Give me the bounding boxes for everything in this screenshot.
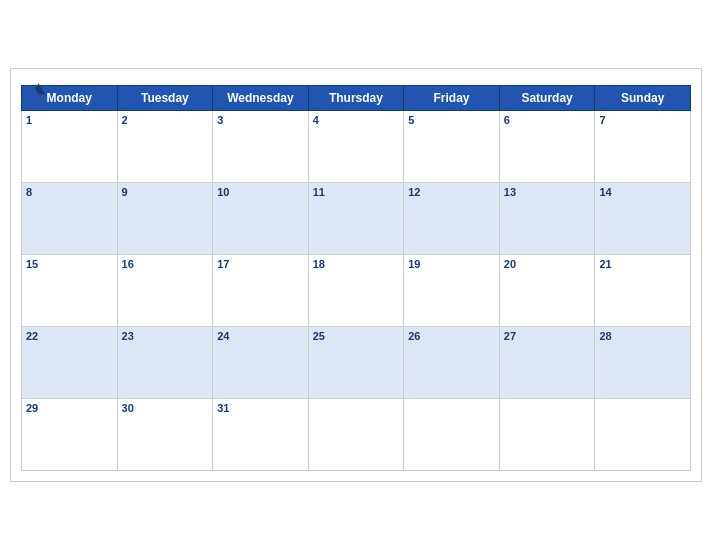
calendar-day-cell [404, 399, 500, 471]
calendar-day-cell: 24 [213, 327, 309, 399]
day-number: 2 [122, 114, 128, 126]
calendar-day-cell: 7 [595, 111, 691, 183]
calendar-table: MondayTuesdayWednesdayThursdayFridaySatu… [21, 85, 691, 471]
day-number: 26 [408, 330, 420, 342]
calendar-wrapper: MondayTuesdayWednesdayThursdayFridaySatu… [10, 68, 702, 482]
logo-area [21, 79, 49, 99]
calendar-day-cell: 1 [22, 111, 118, 183]
day-number: 12 [408, 186, 420, 198]
calendar-week-row-4: 22232425262728 [22, 327, 691, 399]
calendar-day-cell: 9 [117, 183, 213, 255]
calendar-day-cell: 29 [22, 399, 118, 471]
weekday-header-row: MondayTuesdayWednesdayThursdayFridaySatu… [22, 86, 691, 111]
weekday-header-wednesday: Wednesday [213, 86, 309, 111]
calendar-day-cell: 17 [213, 255, 309, 327]
calendar-day-cell: 8 [22, 183, 118, 255]
calendar-day-cell: 4 [308, 111, 404, 183]
day-number: 11 [313, 186, 325, 198]
calendar-day-cell: 27 [499, 327, 595, 399]
calendar-day-cell: 26 [404, 327, 500, 399]
weekday-header-tuesday: Tuesday [117, 86, 213, 111]
calendar-day-cell: 5 [404, 111, 500, 183]
day-number: 18 [313, 258, 325, 270]
day-number: 28 [599, 330, 611, 342]
calendar-day-cell: 15 [22, 255, 118, 327]
calendar-day-cell: 25 [308, 327, 404, 399]
calendar-day-cell: 11 [308, 183, 404, 255]
calendar-day-cell: 28 [595, 327, 691, 399]
calendar-day-cell: 6 [499, 111, 595, 183]
calendar-day-cell: 22 [22, 327, 118, 399]
calendar-day-cell: 14 [595, 183, 691, 255]
day-number: 15 [26, 258, 38, 270]
day-number: 14 [599, 186, 611, 198]
calendar-day-cell: 12 [404, 183, 500, 255]
calendar-day-cell [595, 399, 691, 471]
day-number: 3 [217, 114, 223, 126]
calendar-day-cell: 13 [499, 183, 595, 255]
day-number: 7 [599, 114, 605, 126]
calendar-day-cell [499, 399, 595, 471]
calendar-day-cell: 23 [117, 327, 213, 399]
calendar-day-cell [308, 399, 404, 471]
calendar-day-cell: 20 [499, 255, 595, 327]
calendar-body: 1234567891011121314151617181920212223242… [22, 111, 691, 471]
svg-rect-2 [25, 95, 46, 97]
day-number: 8 [26, 186, 32, 198]
calendar-thead: MondayTuesdayWednesdayThursdayFridaySatu… [22, 86, 691, 111]
day-number: 31 [217, 402, 229, 414]
day-number: 24 [217, 330, 229, 342]
calendar-week-row-2: 891011121314 [22, 183, 691, 255]
weekday-header-thursday: Thursday [308, 86, 404, 111]
calendar-week-row-5: 293031 [22, 399, 691, 471]
day-number: 1 [26, 114, 32, 126]
calendar-day-cell: 31 [213, 399, 309, 471]
calendar-day-cell: 18 [308, 255, 404, 327]
weekday-header-friday: Friday [404, 86, 500, 111]
calendar-day-cell: 10 [213, 183, 309, 255]
calendar-week-row-3: 15161718192021 [22, 255, 691, 327]
calendar-day-cell: 19 [404, 255, 500, 327]
day-number: 6 [504, 114, 510, 126]
day-number: 21 [599, 258, 611, 270]
calendar-day-cell: 30 [117, 399, 213, 471]
day-number: 29 [26, 402, 38, 414]
day-number: 9 [122, 186, 128, 198]
calendar-day-cell: 3 [213, 111, 309, 183]
day-number: 13 [504, 186, 516, 198]
day-number: 4 [313, 114, 319, 126]
day-number: 16 [122, 258, 134, 270]
day-number: 5 [408, 114, 414, 126]
generalblue-logo-icon [21, 79, 49, 99]
day-number: 22 [26, 330, 38, 342]
calendar-week-row-1: 1234567 [22, 111, 691, 183]
day-number: 17 [217, 258, 229, 270]
day-number: 10 [217, 186, 229, 198]
weekday-header-sunday: Sunday [595, 86, 691, 111]
day-number: 25 [313, 330, 325, 342]
calendar-day-cell: 16 [117, 255, 213, 327]
day-number: 23 [122, 330, 134, 342]
day-number: 27 [504, 330, 516, 342]
calendar-day-cell: 21 [595, 255, 691, 327]
day-number: 19 [408, 258, 420, 270]
weekday-header-saturday: Saturday [499, 86, 595, 111]
day-number: 30 [122, 402, 134, 414]
day-number: 20 [504, 258, 516, 270]
calendar-day-cell: 2 [117, 111, 213, 183]
